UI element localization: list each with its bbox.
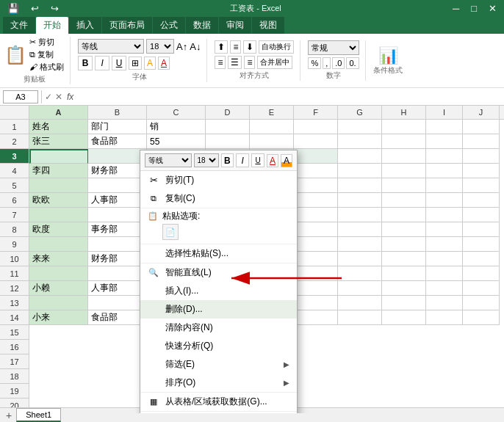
cell-g11[interactable] — [338, 266, 382, 281]
cell-a5[interactable] — [29, 178, 88, 193]
cell-f1[interactable] — [294, 120, 338, 134]
ctx-smart-fill[interactable]: 🔍 智能直线(L) — [140, 263, 297, 282]
cell-i8[interactable] — [426, 222, 463, 237]
cell-b10[interactable]: 财务部 — [88, 252, 147, 266]
ctx-cut[interactable]: ✂ 剪切(T) — [140, 171, 297, 189]
row-num-13[interactable]: 13 — [0, 296, 29, 310]
cell-g14[interactable] — [338, 310, 382, 325]
row-num-10[interactable]: 10 — [0, 252, 29, 266]
ctx-filter[interactable]: 筛选(E) ▶ — [140, 355, 297, 374]
cell-i5[interactable] — [426, 178, 463, 193]
col-header-b[interactable]: B — [88, 106, 147, 119]
tab-formulas[interactable]: 公式 — [153, 17, 185, 34]
cell-g3[interactable] — [338, 149, 382, 164]
cell-i7[interactable] — [426, 208, 463, 222]
cell-j13[interactable] — [463, 296, 500, 310]
ctx-get-data[interactable]: ▦ 从表格/区域获取数据(G)... — [140, 392, 297, 411]
cell-a4[interactable]: 李四 — [29, 164, 88, 178]
cell-f3[interactable] — [294, 149, 338, 164]
font-size-select[interactable]: 18 — [146, 39, 174, 54]
cell-i1[interactable] — [426, 120, 463, 134]
cell-j3[interactable] — [463, 149, 500, 164]
tab-data[interactable]: 数据 — [186, 17, 218, 34]
row-num-2[interactable]: 2 — [0, 134, 29, 149]
cell-j2[interactable] — [463, 134, 500, 149]
cell-reference-input[interactable]: A3 — [3, 90, 38, 103]
cell-d1[interactable] — [206, 120, 250, 134]
cell-h13[interactable] — [382, 296, 426, 310]
ctx-insert-comment[interactable]: 💬 插入批注(M) — [140, 411, 297, 413]
ctx-font-select[interactable]: 等线 — [145, 153, 192, 167]
ctx-copy[interactable]: ⧉ 复制(C) — [140, 189, 297, 208]
row-num-15[interactable]: 15 — [0, 325, 29, 340]
cell-a3[interactable] — [29, 149, 88, 164]
cell-d2[interactable] — [206, 134, 250, 149]
cut-btn[interactable]: ✂ 剪切 — [29, 37, 64, 48]
col-header-j[interactable]: J — [463, 106, 500, 119]
checkmark-btn[interactable]: ✓ — [45, 92, 52, 102]
cell-j6[interactable] — [463, 193, 500, 208]
tab-insert[interactable]: 插入 — [69, 17, 101, 34]
row-num-1[interactable]: 1 — [0, 120, 29, 134]
cell-j8[interactable] — [463, 222, 500, 237]
cell-j11[interactable] — [463, 266, 500, 281]
ctx-quick-analysis[interactable]: 快速分析(Q) — [140, 337, 297, 355]
cell-g9[interactable] — [338, 237, 382, 252]
row-num-14[interactable]: 14 — [0, 310, 29, 325]
cell-c1[interactable]: 销 — [147, 120, 206, 134]
cell-b1[interactable]: 部门 — [88, 120, 147, 134]
col-header-a[interactable]: A — [29, 106, 88, 119]
cell-h9[interactable] — [382, 237, 426, 252]
cell-f2[interactable] — [294, 134, 338, 149]
align-top-btn[interactable]: ⬆ — [215, 40, 228, 54]
cell-b5[interactable] — [88, 178, 147, 193]
cell-b4[interactable]: 财务部 — [88, 164, 147, 178]
cell-a11[interactable] — [29, 266, 88, 281]
ctx-fill-color-btn[interactable]: A — [281, 154, 292, 167]
cell-g6[interactable] — [338, 193, 382, 208]
cell-g2[interactable] — [338, 134, 382, 149]
cell-f14[interactable] — [294, 310, 338, 325]
bold-btn[interactable]: B — [78, 56, 93, 70]
col-header-h[interactable]: H — [382, 106, 426, 119]
align-bottom-btn[interactable]: ⬇ — [243, 40, 256, 54]
row-num-7[interactable]: 7 — [0, 208, 29, 222]
format-painter-btn[interactable]: 🖌 格式刷 — [29, 62, 64, 73]
cell-h8[interactable] — [382, 222, 426, 237]
tab-page-layout[interactable]: 页面布局 — [102, 17, 152, 34]
quick-access-redo[interactable]: ↪ — [51, 3, 59, 14]
ctx-selective-paste[interactable]: 选择性粘贴(S)... — [140, 244, 297, 263]
cell-i9[interactable] — [426, 237, 463, 252]
number-format-select[interactable]: 常规 — [308, 40, 359, 55]
cell-a13[interactable] — [29, 296, 88, 310]
wrap-text-btn[interactable]: 自动换行 — [259, 40, 294, 54]
row-num-18[interactable]: 18 — [0, 369, 29, 384]
maximize-btn[interactable]: □ — [471, 3, 477, 14]
cell-g7[interactable] — [338, 208, 382, 222]
cell-e1[interactable] — [250, 120, 294, 134]
cell-g1[interactable] — [338, 120, 382, 134]
cell-h5[interactable] — [382, 178, 426, 193]
cell-i10[interactable] — [426, 252, 463, 266]
cell-f10[interactable] — [294, 252, 338, 266]
cell-a14[interactable]: 小来 — [29, 310, 88, 325]
cell-f4[interactable] — [294, 164, 338, 178]
cell-i13[interactable] — [426, 296, 463, 310]
row-num-9[interactable]: 9 — [0, 237, 29, 252]
cell-g8[interactable] — [338, 222, 382, 237]
cell-h3[interactable] — [382, 149, 426, 164]
cell-f11[interactable] — [294, 266, 338, 281]
row-num-16[interactable]: 16 — [0, 340, 29, 354]
col-header-d[interactable]: D — [206, 106, 250, 119]
tab-file[interactable]: 文件 — [3, 17, 35, 34]
cell-b6[interactable]: 人事部 — [88, 193, 147, 208]
row-num-3[interactable]: 3 — [0, 149, 29, 164]
border-btn[interactable]: ⊞ — [129, 57, 142, 70]
row-num-8[interactable]: 8 — [0, 222, 29, 237]
row-num-19[interactable]: 19 — [0, 384, 29, 399]
add-sheet-btn[interactable]: + — [3, 410, 15, 421]
cell-b2[interactable]: 食品部 — [88, 134, 147, 149]
col-header-f[interactable]: F — [294, 106, 338, 119]
align-right-btn[interactable]: ≡ — [244, 56, 255, 69]
cell-f12[interactable] — [294, 281, 338, 296]
